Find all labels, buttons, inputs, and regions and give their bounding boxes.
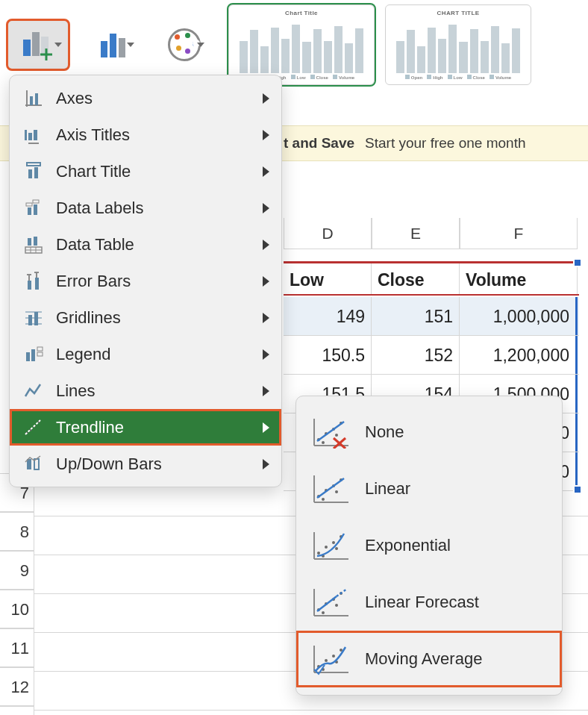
- chevron-right-icon: [263, 203, 269, 213]
- add-chart-element-button[interactable]: [6, 19, 70, 71]
- submenu-item-linear[interactable]: Linear: [296, 460, 562, 517]
- chevron-right-icon: [263, 459, 269, 469]
- header-volume: Volume: [460, 263, 578, 294]
- cell[interactable]: 149: [284, 297, 372, 335]
- trend-none-icon: [310, 416, 350, 449]
- row-header[interactable]: 8: [0, 512, 34, 551]
- submenu-item-label: Linear Forecast: [365, 593, 479, 612]
- change-colors-button[interactable]: [158, 19, 210, 71]
- submenu-item-label: Linear: [365, 479, 410, 499]
- trend-moving-avg-icon: [310, 643, 350, 675]
- svg-rect-20: [34, 204, 37, 215]
- svg-rect-12: [25, 130, 27, 140]
- menu-item-data-labels[interactable]: Data Labels: [10, 190, 281, 226]
- chart-style-thumbnail-1[interactable]: Chart Title OpenHighLowCloseVolume: [228, 4, 375, 85]
- row-header[interactable]: 10: [0, 590, 34, 628]
- thumb-title: CHART TITLE: [437, 10, 480, 16]
- axis-titles-icon: [23, 125, 44, 146]
- trendline-icon: [23, 417, 44, 438]
- column-header-d[interactable]: D: [284, 218, 372, 249]
- lines-icon: [23, 381, 44, 402]
- chevron-right-icon: [263, 130, 269, 140]
- svg-point-75: [332, 541, 335, 544]
- svg-rect-40: [26, 352, 30, 361]
- svg-point-93: [332, 655, 335, 658]
- error-bars-icon: [23, 271, 44, 292]
- svg-rect-24: [34, 237, 37, 246]
- menu-item-error-bars[interactable]: Error Bars: [10, 263, 281, 299]
- chevron-right-icon: [263, 386, 269, 396]
- change-chart-type-button[interactable]: [88, 19, 140, 71]
- updown-bars-icon: [23, 454, 44, 475]
- chart-style-thumbnail-2[interactable]: CHART TITLE OpenHighLowCloseVolume: [385, 4, 531, 85]
- header-close: Close: [372, 263, 460, 294]
- menu-item-data-table[interactable]: Data Table: [10, 226, 281, 263]
- menu-item-legend[interactable]: Legend: [10, 336, 281, 372]
- table-header-row: Low Close Volume: [284, 261, 579, 296]
- cell[interactable]: 151: [372, 297, 460, 335]
- cell[interactable]: 152: [372, 336, 460, 374]
- svg-rect-6: [110, 34, 116, 57]
- svg-rect-29: [28, 281, 31, 290]
- svg-point-86: [335, 604, 338, 607]
- chevron-right-icon: [263, 93, 269, 104]
- row-header[interactable]: 13: [0, 706, 34, 715]
- submenu-item-exponential[interactable]: Exponential: [296, 517, 562, 574]
- svg-rect-19: [28, 207, 31, 215]
- banner-text: Start your free one month: [365, 135, 525, 152]
- row-header[interactable]: 11: [0, 628, 34, 667]
- submenu-item-none[interactable]: None: [296, 404, 562, 460]
- trend-linear-icon: [310, 472, 350, 505]
- thumb-bars: [393, 16, 523, 73]
- svg-rect-14: [34, 130, 37, 140]
- legend-icon: [23, 344, 44, 365]
- trend-forecast-icon: [310, 586, 350, 619]
- menu-item-label: Data Table: [56, 235, 134, 255]
- row-headers: 78910111213: [0, 473, 34, 715]
- svg-rect-43: [37, 352, 43, 356]
- svg-rect-23: [28, 238, 31, 246]
- row-header[interactable]: 9: [0, 551, 34, 590]
- submenu-item-linear-forecast[interactable]: Linear Forecast: [296, 574, 562, 631]
- menu-item-label: Legend: [56, 345, 110, 364]
- palette-icon: [168, 28, 201, 61]
- banner-bold: t and Save: [284, 135, 354, 152]
- chevron-right-icon: [263, 240, 269, 250]
- chevron-right-icon: [263, 349, 269, 360]
- svg-point-73: [317, 552, 320, 555]
- cell[interactable]: 1,200,000: [460, 336, 578, 374]
- menu-item-lines[interactable]: Lines: [10, 372, 281, 409]
- row-header[interactable]: 12: [0, 667, 34, 706]
- table-row: 1491511,000,000: [284, 297, 579, 336]
- cell[interactable]: 1,000,000: [460, 297, 578, 335]
- axes-icon: [23, 88, 44, 109]
- header-low: Low: [284, 263, 372, 294]
- svg-point-78: [335, 547, 338, 550]
- cell[interactable]: 150.5: [284, 336, 372, 374]
- chevron-right-icon: [263, 166, 269, 177]
- menu-item-label: Error Bars: [56, 272, 131, 291]
- submenu-item-label: Moving Average: [365, 649, 482, 669]
- menu-item-label: Chart Title: [56, 162, 131, 181]
- submenu-item-moving-average[interactable]: Moving Average: [296, 631, 562, 687]
- menu-item-chart-title[interactable]: Chart Title: [10, 153, 281, 190]
- column-header-f[interactable]: F: [460, 218, 578, 249]
- menu-item-axes[interactable]: Axes: [10, 80, 281, 116]
- column-header-e[interactable]: E: [372, 218, 460, 249]
- menu-item-label: Gridlines: [56, 308, 121, 328]
- svg-point-92: [325, 659, 328, 662]
- menu-item-label: Trendline: [56, 418, 124, 437]
- table-row: 150.51521,200,000: [284, 336, 579, 375]
- menu-item-gridlines[interactable]: Gridlines: [10, 299, 281, 336]
- menu-item-label: Data Labels: [56, 199, 143, 218]
- selection-handle-icon[interactable]: [573, 258, 582, 267]
- menu-item-up-down-bars[interactable]: Up/Down Bars: [10, 446, 281, 482]
- chevron-down-icon: [127, 43, 134, 47]
- svg-rect-5: [101, 41, 107, 57]
- svg-line-88: [337, 589, 347, 596]
- menu-item-axis-titles[interactable]: Axis Titles: [10, 116, 281, 153]
- svg-rect-18: [34, 167, 38, 178]
- chevron-down-icon: [54, 43, 62, 47]
- submenu-item-label: Exponential: [365, 536, 451, 555]
- menu-item-trendline[interactable]: Trendline: [10, 409, 281, 446]
